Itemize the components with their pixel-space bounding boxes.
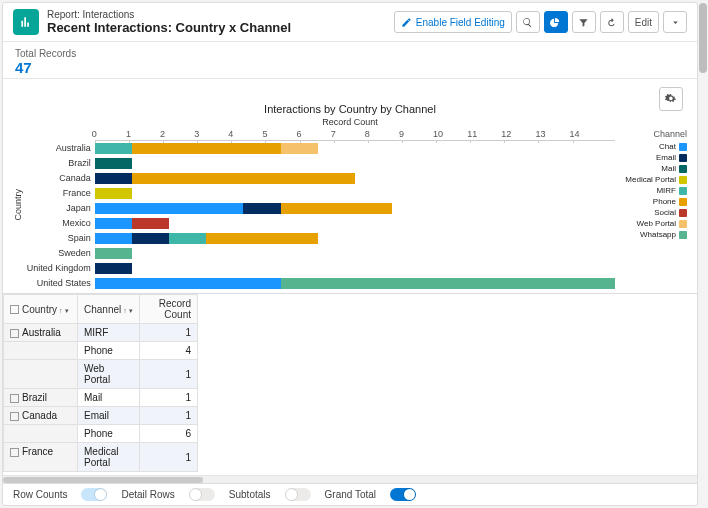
more-actions-button[interactable] [663, 11, 687, 33]
bar-segment[interactable] [281, 143, 318, 154]
subtotals-toggle[interactable] [285, 488, 311, 501]
bar-segment[interactable] [95, 233, 132, 244]
bar-segment[interactable] [132, 233, 169, 244]
table-row: BrazilMail1 [4, 389, 198, 407]
edit-button[interactable]: Edit [628, 11, 659, 33]
sort-asc-icon: ↑ [123, 307, 127, 314]
y-category: Brazil [27, 156, 95, 171]
cell-channel: Web Portal [78, 360, 140, 389]
bar-row [95, 201, 615, 216]
checkbox[interactable] [10, 394, 19, 403]
checkbox[interactable] [10, 329, 19, 338]
legend-item[interactable]: Whatsapp [619, 230, 687, 239]
x-tick: 13 [535, 129, 572, 140]
chart-toggle-button[interactable] [544, 11, 568, 33]
chart-ylabel: Country [13, 189, 27, 221]
x-tick: 11 [467, 129, 504, 140]
report-icon [13, 9, 39, 35]
chart-plot-area: 01234567891011121314 [95, 129, 615, 291]
grand-total-toggle[interactable] [390, 488, 416, 501]
col-country[interactable]: Country↑▾ [4, 295, 78, 324]
gear-icon [665, 93, 677, 105]
bar-segment[interactable] [95, 188, 132, 199]
bar-segment[interactable] [95, 278, 281, 289]
cell-channel: Phone [78, 425, 140, 443]
cell-country: Canada [4, 407, 78, 425]
legend-item[interactable]: Social [619, 208, 687, 217]
legend-item[interactable]: Chat [619, 142, 687, 151]
cell-country: France [4, 443, 78, 472]
x-tick: 7 [331, 129, 368, 140]
refresh-icon [606, 17, 617, 28]
bar-segment[interactable] [281, 278, 615, 289]
row-counts-toggle[interactable] [81, 488, 107, 501]
legend-item[interactable]: Phone [619, 197, 687, 206]
x-tick: 6 [297, 129, 334, 140]
legend-swatch [679, 154, 687, 162]
totals-value: 47 [15, 59, 685, 76]
x-tick: 12 [501, 129, 538, 140]
totals-label: Total Records [15, 48, 685, 59]
detail-rows-label: Detail Rows [121, 489, 174, 500]
bar-segment[interactable] [95, 203, 244, 214]
bar-row [95, 156, 615, 171]
enable-field-editing-label: Enable Field Editing [416, 17, 505, 28]
bar-segment[interactable] [95, 143, 132, 154]
legend-item[interactable]: Medical Portal [619, 175, 687, 184]
legend-swatch [679, 165, 687, 173]
col-channel[interactable]: Channel↑▾ [78, 295, 140, 324]
bar-segment[interactable] [95, 173, 132, 184]
table-row: Phone6 [4, 425, 198, 443]
checkbox[interactable] [10, 305, 19, 314]
search-button[interactable] [516, 11, 540, 33]
y-category: Spain [27, 231, 95, 246]
chart-settings-button[interactable] [659, 87, 683, 111]
dropdown-icon[interactable]: ▾ [65, 307, 69, 314]
chart-xlabel: Record Count [13, 117, 687, 127]
bar-segment[interactable] [132, 173, 355, 184]
checkbox[interactable] [10, 448, 19, 457]
cell-record-count: 4 [140, 342, 198, 360]
y-category: United States [27, 276, 95, 291]
bar-segment[interactable] [132, 218, 169, 229]
legend-item[interactable]: Email [619, 153, 687, 162]
legend-item[interactable]: MIRF [619, 186, 687, 195]
table-row: Phone4 [4, 342, 198, 360]
cell-record-count: 1 [140, 324, 198, 342]
bar-segment[interactable] [243, 203, 280, 214]
cell-country [4, 360, 78, 389]
bar-segment[interactable] [206, 233, 317, 244]
y-category: Sweden [27, 246, 95, 261]
bar-row [95, 246, 615, 261]
x-tick: 8 [365, 129, 402, 140]
legend-item[interactable]: Mail [619, 164, 687, 173]
cell-country: Australia [4, 324, 78, 342]
report-table: Country↑▾ Channel↑▾ Record Count Austral… [3, 293, 697, 475]
filter-button[interactable] [572, 11, 596, 33]
x-tick: 3 [194, 129, 231, 140]
legend-swatch [679, 143, 687, 151]
bar-segment[interactable] [95, 248, 132, 259]
bar-segment[interactable] [169, 233, 206, 244]
x-tick: 10 [433, 129, 470, 140]
y-category: Canada [27, 171, 95, 186]
bar-segment[interactable] [95, 263, 132, 274]
col-record-count[interactable]: Record Count [140, 295, 198, 324]
bar-segment[interactable] [132, 143, 281, 154]
dropdown-icon[interactable]: ▾ [129, 307, 133, 314]
window-scrollbar[interactable] [699, 3, 707, 73]
chevron-down-icon [670, 17, 681, 28]
refresh-button[interactable] [600, 11, 624, 33]
bar-segment[interactable] [95, 158, 132, 169]
bar-segment[interactable] [95, 218, 132, 229]
horizontal-scrollbar[interactable] [3, 475, 697, 483]
chart-panel: Interactions by Country by Channel Recor… [3, 79, 697, 293]
cell-channel: Phone [78, 342, 140, 360]
bar-segment[interactable] [281, 203, 392, 214]
cell-record-count: 1 [140, 389, 198, 407]
checkbox[interactable] [10, 412, 19, 421]
enable-field-editing-button[interactable]: Enable Field Editing [394, 11, 512, 33]
legend-item[interactable]: Web Portal [619, 219, 687, 228]
y-category: France [27, 186, 95, 201]
detail-rows-toggle[interactable] [189, 488, 215, 501]
